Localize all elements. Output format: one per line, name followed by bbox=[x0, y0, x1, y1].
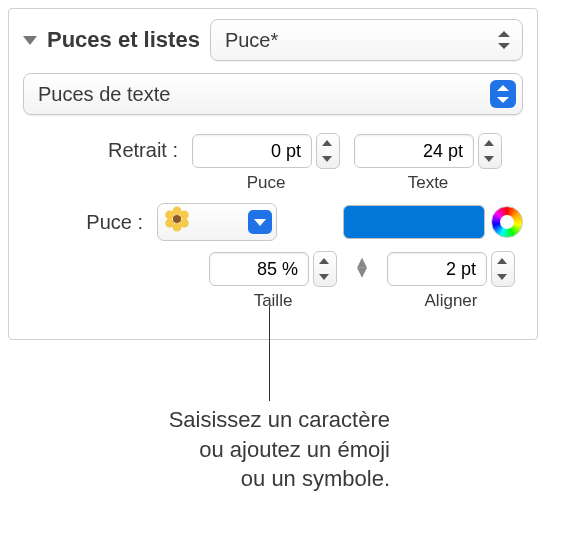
size-group: Taille bbox=[209, 251, 337, 311]
bullet-indent-stepper[interactable] bbox=[316, 133, 340, 169]
chevron-down-icon bbox=[248, 210, 272, 234]
list-style-popup[interactable]: Puce* bbox=[210, 19, 523, 61]
text-indent-group: Texte bbox=[354, 133, 502, 193]
callout-text: Saisissez un caractère ou ajoutez un émo… bbox=[70, 405, 390, 494]
text-indent-field[interactable] bbox=[354, 134, 474, 168]
svg-point-4 bbox=[165, 219, 174, 228]
color-picker-icon[interactable] bbox=[491, 206, 523, 238]
bullet-type-value: Puces de texte bbox=[38, 83, 170, 106]
bullet-label: Puce : bbox=[23, 211, 143, 234]
header-row: Puces et listes Puce* bbox=[23, 19, 523, 61]
chevron-updown-icon bbox=[490, 80, 516, 108]
bullet-color-group bbox=[343, 205, 523, 239]
bullet-character-popup[interactable] bbox=[157, 203, 277, 241]
indent-row: Retrait : Puce Texte bbox=[23, 133, 523, 193]
flower-icon bbox=[164, 206, 190, 238]
bullet-type-popup[interactable]: Puces de texte bbox=[23, 73, 523, 115]
bullet-color-swatch[interactable] bbox=[343, 205, 485, 239]
svg-point-6 bbox=[173, 215, 181, 223]
indent-label: Retrait : bbox=[23, 133, 178, 162]
align-caption: Aligner bbox=[425, 291, 478, 311]
align-field[interactable] bbox=[387, 252, 487, 286]
disclosure-triangle-icon[interactable] bbox=[23, 36, 37, 45]
bullet-indent-group: Puce bbox=[192, 133, 340, 193]
size-stepper[interactable] bbox=[313, 251, 337, 287]
list-style-value: Puce* bbox=[225, 29, 278, 52]
bullets-lists-panel: Puces et listes Puce* Puces de texte Ret… bbox=[8, 8, 538, 340]
bullet-indent-field[interactable] bbox=[192, 134, 312, 168]
align-updown-icon bbox=[351, 251, 373, 281]
bullet-row: Puce : bbox=[23, 203, 523, 241]
text-indent-caption: Texte bbox=[408, 173, 449, 193]
callout-line-1: Saisissez un caractère bbox=[70, 405, 390, 435]
callout-leader-line bbox=[269, 306, 270, 401]
chevron-updown-icon bbox=[496, 29, 512, 51]
section-title: Puces et listes bbox=[47, 27, 200, 53]
callout-line-3: ou un symbole. bbox=[70, 464, 390, 494]
bullet-indent-caption: Puce bbox=[247, 173, 286, 193]
svg-point-1 bbox=[180, 210, 189, 219]
text-indent-stepper[interactable] bbox=[478, 133, 502, 169]
align-group: Aligner bbox=[387, 251, 515, 311]
align-stepper[interactable] bbox=[491, 251, 515, 287]
svg-point-5 bbox=[165, 210, 174, 219]
size-caption: Taille bbox=[254, 291, 293, 311]
callout-line-2: ou ajoutez un émoji bbox=[70, 435, 390, 465]
size-field[interactable] bbox=[209, 252, 309, 286]
size-align-row: Taille Aligner bbox=[23, 251, 523, 311]
